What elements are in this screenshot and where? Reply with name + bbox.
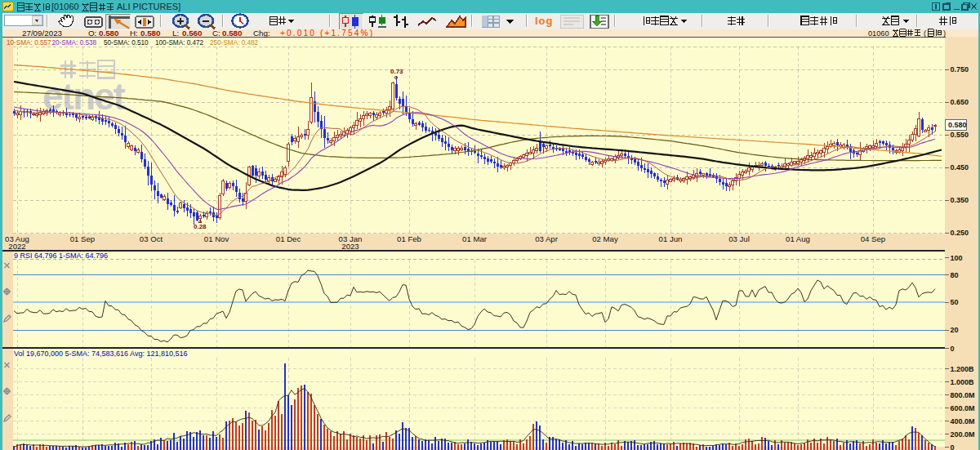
svg-text:Vol 19,670,000 5-SMA: 74,583,6: Vol 19,670,000 5-SMA: 74,583,616 Avg: 12…	[14, 350, 188, 358]
svg-text:01 Jun: 01 Jun	[659, 234, 683, 243]
svg-text:01 Nov: 01 Nov	[204, 234, 229, 243]
svg-text:0: 0	[951, 345, 955, 353]
svg-text:800.0M: 800.0M	[951, 391, 975, 399]
svg-text:1.200B: 1.200B	[951, 365, 975, 373]
svg-text:01 Aug: 01 Aug	[786, 234, 810, 243]
svg-text:250-SMA: 0.482: 250-SMA: 0.482	[210, 39, 259, 47]
svg-text:20: 20	[951, 326, 959, 334]
svg-text:2023: 2023	[341, 242, 359, 251]
svg-text:0.250: 0.250	[951, 229, 969, 237]
svg-text:03 Apr: 03 Apr	[535, 234, 559, 243]
svg-text:ALI PICTURES]: ALI PICTURES]	[117, 2, 180, 11]
svg-text:100: 100	[951, 254, 963, 262]
svg-text:9 RSI 64.796 1-SMA: 64.796: 9 RSI 64.796 1-SMA: 64.796	[14, 252, 108, 260]
svg-text:1.000B: 1.000B	[951, 378, 975, 386]
svg-text:2022: 2022	[8, 242, 25, 251]
svg-text:01060: 01060	[868, 29, 889, 38]
svg-text:600.0M: 600.0M	[951, 404, 975, 412]
svg-text:03 Oct: 03 Oct	[140, 234, 163, 243]
svg-text:80: 80	[951, 271, 959, 279]
svg-text:02 May: 02 May	[592, 234, 618, 243]
svg-text:0.73: 0.73	[390, 68, 403, 75]
svg-text:0.650: 0.650	[951, 98, 969, 106]
svg-text:10-SMA: 0.557: 10-SMA: 0.557	[7, 39, 51, 47]
svg-text:0.28: 0.28	[194, 223, 207, 230]
svg-text:0.750: 0.750	[951, 65, 969, 74]
svg-text:0.350: 0.350	[951, 196, 969, 204]
svg-text:03 Jul: 03 Jul	[728, 234, 750, 243]
svg-text:0.580: 0.580	[948, 121, 967, 129]
svg-text:01 Mar: 01 Mar	[462, 234, 488, 243]
svg-text:(: (	[924, 29, 926, 38]
svg-text:100-SMA: 0.472: 100-SMA: 0.472	[155, 39, 204, 47]
svg-text:400.0M: 400.0M	[951, 417, 975, 425]
svg-text:01 Feb: 01 Feb	[397, 234, 421, 243]
svg-text:0.450: 0.450	[951, 163, 969, 172]
svg-text:etnet: etnet	[42, 75, 126, 118]
svg-text:[01060: [01060	[51, 2, 79, 11]
svg-text:): )	[943, 29, 946, 38]
svg-text:log: log	[535, 15, 554, 27]
svg-text:01 Dec: 01 Dec	[276, 234, 301, 243]
svg-text:04 Sep: 04 Sep	[861, 234, 885, 243]
svg-text:50-SMA: 0.510: 50-SMA: 0.510	[104, 39, 149, 47]
svg-text:0: 0	[951, 443, 955, 450]
svg-text:200.0M: 200.0M	[951, 430, 975, 439]
svg-text:01 Sep: 01 Sep	[70, 234, 95, 243]
svg-text:50: 50	[951, 298, 959, 306]
svg-text:0.550: 0.550	[951, 131, 969, 139]
svg-text:20-SMA: 0.538: 20-SMA: 0.538	[52, 39, 97, 47]
